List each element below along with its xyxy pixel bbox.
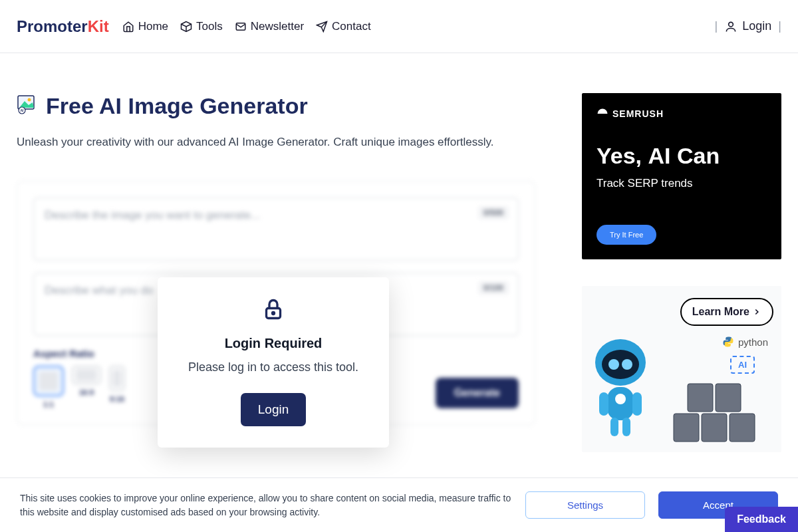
svg-rect-14: [610, 418, 618, 436]
aspect-ratio-row: 1:1 16:9 9:16: [33, 366, 125, 408]
ratio-label-11: 1:1: [43, 400, 54, 408]
mail-icon: [235, 21, 247, 33]
package-icon: [180, 21, 192, 33]
nav-newsletter-label: Newsletter: [251, 20, 304, 33]
logo-part2: Kit: [88, 17, 109, 35]
login-label: Login: [742, 19, 771, 33]
svg-rect-16: [674, 414, 699, 442]
feedback-button[interactable]: Feedback: [725, 507, 798, 532]
header: PromoterKit Home Tools Newsletter Contac…: [0, 0, 798, 53]
python-cta[interactable]: Learn More: [680, 298, 773, 326]
user-icon: [724, 20, 737, 33]
aspect-ratio-label: Aspect Ratio: [33, 348, 125, 359]
nav-contact-label: Contact: [332, 20, 371, 33]
svg-point-7: [602, 350, 639, 379]
divider: |: [778, 19, 781, 33]
svg-rect-19: [688, 384, 713, 412]
nav-newsletter[interactable]: Newsletter: [235, 20, 304, 33]
svg-rect-17: [702, 414, 727, 442]
divider: |: [715, 19, 718, 33]
semrush-cta[interactable]: Try It Free: [597, 225, 656, 245]
svg-point-1: [729, 22, 733, 27]
login-modal: Login Required Please log in to access t…: [158, 277, 389, 448]
nav-home-label: Home: [138, 20, 168, 33]
modal-login-button[interactable]: Login: [241, 393, 307, 426]
cookie-banner: This site uses cookies to improve your o…: [0, 477, 798, 532]
aspect-ratio-9-16[interactable]: 9:16: [109, 366, 125, 403]
send-icon: [316, 21, 328, 33]
svg-rect-20: [716, 384, 741, 412]
svg-rect-18: [730, 414, 755, 442]
svg-point-11: [615, 394, 626, 404]
svg-text:AI: AI: [21, 108, 25, 112]
semrush-icon: [597, 108, 608, 120]
python-icon: [722, 336, 734, 348]
logo[interactable]: PromoterKit: [17, 17, 109, 36]
prompt-placeholder: Describe the image you want to generate.…: [45, 209, 260, 221]
svg-point-22: [273, 313, 275, 315]
main: AI Free AI Image Generator Unleash your …: [0, 53, 798, 452]
robot-icon: [587, 332, 654, 439]
ratio-label-169: 16:9: [79, 388, 94, 396]
ratio-label-916: 9:16: [110, 395, 124, 403]
prompt-counter: 0/500: [478, 206, 509, 219]
generate-button[interactable]: Generate: [436, 378, 519, 408]
prompt-input[interactable]: Describe the image you want to generate.…: [33, 198, 519, 261]
negative-placeholder: Describe what you do: [45, 284, 153, 297]
svg-point-3: [28, 98, 31, 102]
login-link[interactable]: Login: [724, 19, 771, 33]
lock-icon: [261, 297, 285, 321]
semrush-logo: SEMRUSH: [597, 108, 767, 120]
nav-contact[interactable]: Contact: [316, 20, 371, 33]
aspect-ratio-16-9[interactable]: 16:9: [72, 366, 101, 396]
modal-text: Please log in to access this tool.: [174, 360, 373, 374]
python-label: python: [722, 336, 768, 348]
ad-semrush[interactable]: SEMRUSH Yes, AI Can Track SERP trends Tr…: [582, 93, 781, 259]
servers-icon: [667, 374, 773, 447]
modal-title: Login Required: [174, 336, 373, 351]
sidebar: SEMRUSH Yes, AI Can Track SERP trends Tr…: [582, 93, 781, 452]
nav-tools-label: Tools: [196, 20, 223, 33]
svg-point-8: [608, 359, 619, 370]
semrush-headline: Yes, AI Can: [597, 143, 767, 169]
cookie-text: This site uses cookies to improve your o…: [20, 491, 512, 519]
title-row: AI Free AI Image Generator: [17, 93, 535, 119]
cookie-settings-button[interactable]: Settings: [525, 491, 645, 519]
image-ai-icon: AI: [17, 93, 38, 119]
header-right: | Login |: [715, 19, 781, 33]
aspect-ratio-group: Aspect Ratio 1:1 16:9 9:16: [33, 348, 125, 408]
aspect-ratio-1-1[interactable]: 1:1: [33, 366, 64, 408]
svg-rect-12: [599, 392, 608, 416]
home-icon: [122, 21, 134, 33]
semrush-sub: Track SERP trends: [597, 177, 767, 190]
svg-point-9: [622, 359, 632, 370]
main-nav: Home Tools Newsletter Contact: [122, 20, 371, 33]
nav-home[interactable]: Home: [122, 20, 168, 33]
python-ai-badge: AI: [730, 356, 755, 374]
nav-tools[interactable]: Tools: [180, 20, 223, 33]
svg-rect-13: [632, 392, 642, 416]
page-subtitle: Unleash your creativity with our advance…: [17, 136, 535, 149]
logo-part1: Promoter: [17, 17, 88, 35]
negative-counter: 0/100: [478, 281, 509, 295]
svg-rect-15: [622, 418, 630, 436]
ad-python[interactable]: Learn More python AI: [582, 286, 781, 452]
chevron-right-icon: [752, 307, 761, 317]
page-title: Free AI Image Generator: [46, 93, 308, 119]
